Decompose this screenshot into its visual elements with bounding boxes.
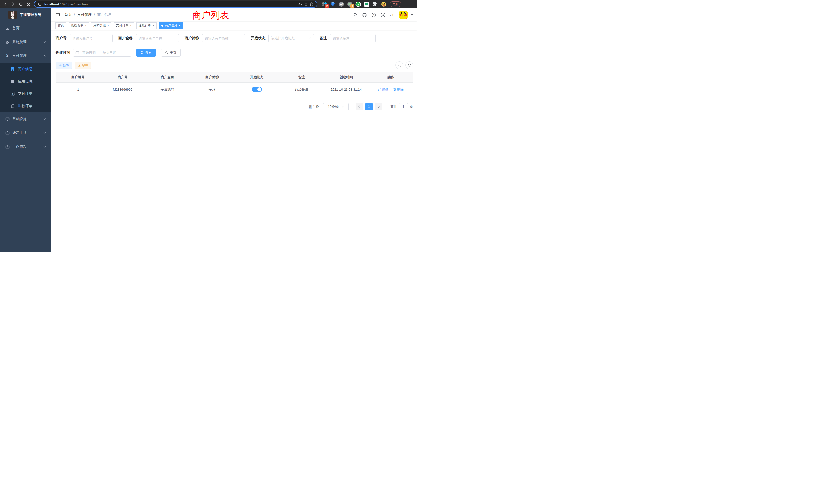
- payment-submenu: 商户信息 应用信息 ¥ 支付订单 退款订单: [0, 63, 50, 112]
- short-name-input[interactable]: [205, 37, 242, 40]
- extension-badge: 10: [325, 4, 329, 8]
- tag-merchant-info[interactable]: 商户信息×: [159, 22, 183, 29]
- tag-home[interactable]: 首页: [56, 22, 66, 29]
- full-name-input[interactable]: [139, 37, 176, 40]
- sidebar-item-label: 工作流程: [12, 144, 27, 149]
- share-icon[interactable]: [303, 1, 309, 7]
- chevron-down-icon: [309, 37, 311, 40]
- svg-text:⌘: ⌘: [340, 2, 343, 6]
- yuan-icon: ¥: [4, 54, 10, 58]
- sidebar-item-dev-tools[interactable]: 研发工具: [0, 126, 50, 140]
- page-size-select[interactable]: 10条/页: [323, 103, 349, 110]
- sidebar-item-label: 支付订单: [18, 91, 32, 96]
- col-header: 操作: [369, 72, 413, 83]
- refresh-table-button[interactable]: [405, 61, 413, 69]
- browser-reload-button[interactable]: [18, 1, 24, 7]
- status-select[interactable]: 请选择开启状态: [268, 34, 314, 42]
- tag-process-form[interactable]: 流程表单×: [69, 22, 89, 29]
- next-page-button[interactable]: [375, 103, 382, 110]
- close-icon[interactable]: ×: [85, 24, 87, 27]
- sidebar-item-home[interactable]: 首页: [0, 21, 50, 35]
- plus-icon: [59, 64, 62, 67]
- browser-forward-button[interactable]: [10, 1, 17, 7]
- goto-page-input[interactable]: [399, 103, 408, 110]
- close-icon[interactable]: ×: [179, 24, 180, 27]
- browser-menu-icon[interactable]: [403, 1, 407, 7]
- app-logo[interactable]: 芋道管理系统: [0, 8, 50, 21]
- bookmark-star-icon[interactable]: [309, 1, 314, 7]
- add-button[interactable]: 新增: [56, 62, 72, 69]
- chevron-down-icon: [43, 132, 46, 134]
- sidebar-item-app-info[interactable]: 应用信息: [0, 75, 50, 88]
- avatar-caret-icon[interactable]: [411, 14, 413, 16]
- col-header: 创建时间: [324, 72, 369, 83]
- sidebar-item-system[interactable]: 系统管理: [0, 35, 50, 49]
- app-title: 芋道管理系统: [20, 13, 41, 17]
- red-annotation-title: 商户列表: [192, 9, 229, 22]
- create-time-range-picker[interactable]: -: [73, 48, 131, 57]
- sidebar-item-refund-orders[interactable]: 退款订单: [0, 100, 50, 112]
- svg-text:y: y: [357, 3, 359, 6]
- edit-pencil-icon: [378, 88, 381, 91]
- remark-label: 备注: [320, 36, 327, 41]
- browser-chrome: localhost:1024/pay/merchant 10 ⌘ 1 y: [0, 0, 417, 8]
- delete-link[interactable]: 删除: [393, 87, 404, 92]
- end-date-input[interactable]: [101, 51, 117, 55]
- yudao-extension-icon[interactable]: y: [355, 1, 361, 7]
- export-button[interactable]: 导出: [75, 62, 91, 69]
- tag-user-group[interactable]: 用户分组×: [91, 22, 111, 29]
- status-toggle[interactable]: [251, 87, 262, 92]
- recorder-extension-icon[interactable]: 1: [347, 1, 353, 7]
- merchant-no-input[interactable]: [72, 37, 110, 40]
- breadcrumb: 首页 / 支付管理 / 商户信息: [64, 13, 112, 17]
- sidebar-item-infrastructure[interactable]: 基础设施: [0, 112, 50, 126]
- sidebar-fold-icon[interactable]: [53, 10, 62, 20]
- tag-payment-order[interactable]: 支付订单×: [114, 22, 134, 29]
- command-extension-icon[interactable]: ⌘: [338, 1, 344, 7]
- gem-extension-icon[interactable]: [330, 1, 336, 7]
- close-icon[interactable]: ×: [153, 24, 154, 27]
- sidebar-item-merchant-info[interactable]: 商户信息: [0, 63, 50, 75]
- address-bar[interactable]: localhost:1024/pay/merchant: [35, 1, 317, 7]
- font-size-icon[interactable]: тT: [390, 13, 395, 17]
- password-key-icon[interactable]: [297, 1, 303, 7]
- cell-full-name: 芋道源码: [145, 83, 190, 96]
- sidebar-item-payment-orders[interactable]: ¥ 支付订单: [0, 88, 50, 100]
- fullscreen-icon[interactable]: [380, 13, 385, 17]
- github-icon[interactable]: [362, 13, 367, 18]
- col-header: 开启状态: [235, 72, 279, 83]
- start-date-input[interactable]: [81, 51, 97, 55]
- breadcrumb-home[interactable]: 首页: [64, 13, 72, 17]
- browser-update-button[interactable]: 更新: [390, 1, 401, 7]
- prev-page-button[interactable]: [356, 103, 363, 110]
- emoji-extension-icon[interactable]: [381, 1, 387, 7]
- browser-home-button[interactable]: [25, 1, 32, 7]
- remark-input[interactable]: [333, 37, 373, 40]
- table-row: 1 M233666999 芋道源码 芋艿 我是备注 2021-10-23 08:…: [56, 83, 413, 96]
- user-avatar[interactable]: [399, 10, 408, 19]
- col-header: 商户编号: [56, 72, 101, 83]
- create-time-label: 创建时间: [56, 50, 70, 55]
- page-number-1[interactable]: 1: [366, 103, 373, 110]
- search-icon[interactable]: [353, 13, 358, 17]
- tab-manager-extension-icon[interactable]: 10: [322, 1, 327, 7]
- breadcrumb-section[interactable]: 支付管理: [77, 13, 92, 17]
- close-icon[interactable]: ×: [130, 24, 132, 27]
- chat-extension-icon[interactable]: [364, 1, 370, 7]
- sidebar-item-payment[interactable]: ¥ 支付管理: [0, 49, 50, 63]
- help-icon[interactable]: ?: [371, 13, 376, 18]
- sidebar-item-workflow[interactable]: 工作流程: [0, 140, 50, 154]
- show-search-toggle-button[interactable]: [395, 61, 403, 69]
- cell-create-time: 2021-10-23 08:31:14: [324, 83, 369, 96]
- tag-refund-order[interactable]: 退款订单×: [136, 22, 157, 29]
- shop-icon: [9, 67, 16, 71]
- reset-button[interactable]: 重置: [161, 48, 180, 57]
- close-icon[interactable]: ×: [107, 24, 109, 27]
- table-grid-icon: [9, 79, 16, 84]
- site-info-icon[interactable]: [37, 1, 43, 7]
- search-button[interactable]: 搜索: [136, 48, 156, 57]
- extensions-puzzle-icon[interactable]: [372, 1, 378, 7]
- browser-back-button[interactable]: [2, 1, 9, 7]
- edit-link[interactable]: 修改: [378, 87, 389, 92]
- svg-text:T: T: [392, 13, 394, 17]
